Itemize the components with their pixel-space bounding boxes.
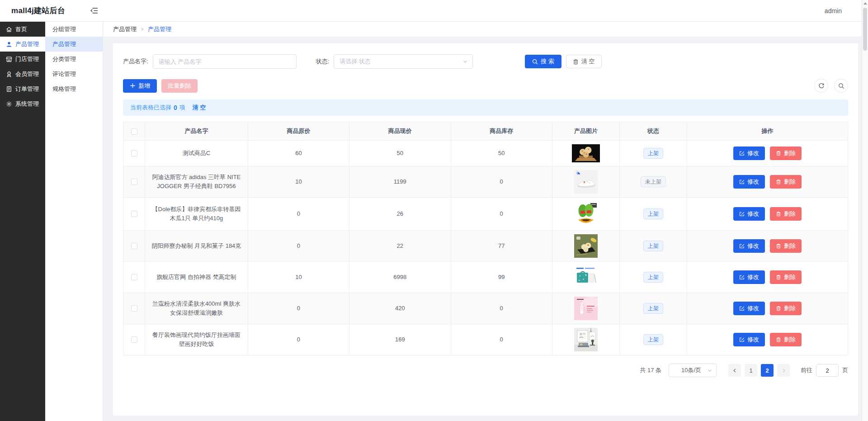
edit-button[interactable]: 修改 [733, 302, 765, 315]
sub-sidebar: 分组管理产品管理分类管理评论管理规格管理 [45, 22, 103, 421]
operation-cell: 修改删除 [687, 262, 848, 293]
edit-button[interactable]: 修改 [733, 207, 765, 221]
product-image[interactable] [557, 297, 615, 320]
row-checkbox[interactable] [131, 179, 137, 185]
product-image-cell [552, 262, 619, 293]
current-price-cell: 22 [349, 231, 451, 262]
submenu-item-产品管理[interactable]: 产品管理 [45, 37, 103, 52]
plus-icon [130, 83, 136, 89]
stock-cell: 0 [451, 166, 552, 198]
status-cell: 上架 [620, 141, 687, 166]
sidebar-item-系统管理[interactable]: 系统管理 [0, 96, 45, 111]
delete-button[interactable]: 删除 [770, 147, 802, 160]
scrollbar-up-arrow-icon[interactable] [862, 0, 868, 7]
edit-button[interactable]: 修改 [733, 175, 765, 189]
shop-icon [6, 56, 13, 62]
edit-button[interactable]: 修改 [733, 270, 765, 284]
submenu-item-分类管理[interactable]: 分类管理 [45, 52, 103, 66]
selection-prefix: 当前表格已选择 [130, 104, 171, 112]
gear-icon [6, 100, 13, 107]
page-button-2[interactable]: 2 [761, 364, 774, 377]
breadcrumb-item[interactable]: 产品管理 [148, 25, 171, 33]
table-row: 测试商品C605050上架修改删除 [123, 141, 848, 166]
search-button[interactable]: 搜 索 [525, 55, 561, 68]
main-area: 产品管理>产品管理 产品名字: 状态: 请选择 状态 搜 索 清 空 [103, 22, 868, 421]
collapse-menu-icon[interactable] [90, 7, 98, 14]
refresh-icon [818, 83, 825, 89]
product-image-cell [552, 324, 619, 355]
delete-button[interactable]: 删除 [770, 270, 802, 284]
status-cell: 上架 [620, 293, 687, 324]
home-icon [6, 26, 13, 33]
sidebar-item-订单管理[interactable]: 订单管理 [0, 81, 45, 96]
product-name-cell: 餐厅装饰画现代简约饭厅挂画墙面壁画好好吃饭 [145, 324, 248, 355]
submenu-item-评论管理[interactable]: 评论管理 [45, 66, 103, 81]
status-cell: 上架 [620, 324, 687, 355]
row-select-cell [123, 198, 145, 231]
edit-icon [739, 274, 745, 280]
edit-button[interactable]: 修改 [733, 239, 765, 253]
app-title: mall4j建站后台 [0, 5, 65, 16]
row-checkbox[interactable] [131, 211, 137, 217]
sidebar-item-门店管理[interactable]: 门店管理 [0, 52, 45, 66]
product-image[interactable] [557, 265, 615, 289]
add-button[interactable]: 新增 [123, 79, 157, 93]
current-price-cell: 420 [349, 293, 451, 324]
selection-clear-link[interactable]: 清 空 [193, 104, 206, 112]
stock-cell: 0 [451, 324, 552, 355]
sidebar-item-会员管理[interactable]: 会员管理 [0, 66, 45, 81]
header-select-all [123, 122, 145, 141]
refresh-button[interactable] [814, 79, 828, 93]
stock-cell: 0 [451, 198, 552, 231]
selection-count: 0 [174, 104, 177, 111]
product-image[interactable] [557, 328, 615, 351]
status-select[interactable]: 请选择 状态 [334, 54, 473, 69]
clear-button[interactable]: 清 空 [566, 55, 602, 68]
scrollbar-thumb[interactable] [863, 8, 867, 51]
product-image[interactable] [557, 201, 615, 227]
magnifier-icon [838, 83, 844, 89]
table-row: 餐厅装饰画现代简约饭厅挂画墙面壁画好好吃饭01690上架修改删除 [123, 324, 848, 355]
goto-page-input[interactable] [816, 364, 839, 377]
current-price-cell: 26 [349, 198, 451, 231]
operation-cell: 修改删除 [687, 166, 848, 198]
column-search-button[interactable] [834, 79, 848, 93]
next-page-button[interactable] [777, 364, 790, 377]
product-image[interactable] [557, 234, 615, 258]
row-checkbox[interactable] [131, 336, 137, 343]
sidebar-item-首页[interactable]: 首页 [0, 22, 45, 37]
product-name-input[interactable] [153, 54, 297, 69]
submenu-item-分组管理[interactable]: 分组管理 [45, 22, 103, 37]
submenu-item-规格管理[interactable]: 规格管理 [45, 81, 103, 96]
delete-button[interactable]: 删除 [770, 239, 802, 253]
select-all-checkbox[interactable] [131, 128, 137, 135]
current-price-cell: 1199 [349, 166, 451, 198]
row-checkbox[interactable] [131, 305, 137, 312]
operation-cell: 修改删除 [687, 141, 848, 166]
prev-page-button[interactable] [728, 364, 741, 377]
page-size-select[interactable]: 10条/页 [669, 364, 717, 377]
delete-button[interactable]: 删除 [770, 333, 802, 346]
row-checkbox[interactable] [131, 274, 137, 280]
edit-button[interactable]: 修改 [733, 333, 765, 346]
current-price-cell: 50 [349, 141, 451, 166]
row-select-cell [123, 293, 145, 324]
row-checkbox[interactable] [131, 243, 137, 249]
product-image[interactable] [557, 170, 615, 194]
delete-button[interactable]: 删除 [770, 175, 802, 189]
row-checkbox[interactable] [131, 150, 137, 156]
page-scrollbar[interactable] [862, 0, 868, 421]
sidebar-item-产品管理[interactable]: 产品管理 [0, 37, 45, 52]
trash-icon [776, 337, 781, 342]
user-menu[interactable]: admin [825, 7, 842, 14]
edit-button[interactable]: 修改 [733, 147, 765, 160]
products-table: 产品名字商品原价商品现价商品库存产品图片状态操作 测试商品C605050上架修改… [123, 122, 848, 355]
product-image[interactable] [557, 144, 615, 162]
sidebar-item-label: 门店管理 [15, 55, 39, 63]
page-button-1[interactable]: 1 [745, 364, 757, 377]
delete-button[interactable]: 删除 [770, 207, 802, 221]
batch-delete-button[interactable]: 批量删除 [161, 79, 198, 93]
delete-button[interactable]: 删除 [770, 302, 802, 315]
current-price-cell: 169 [349, 324, 451, 355]
row-select-cell [123, 262, 145, 293]
